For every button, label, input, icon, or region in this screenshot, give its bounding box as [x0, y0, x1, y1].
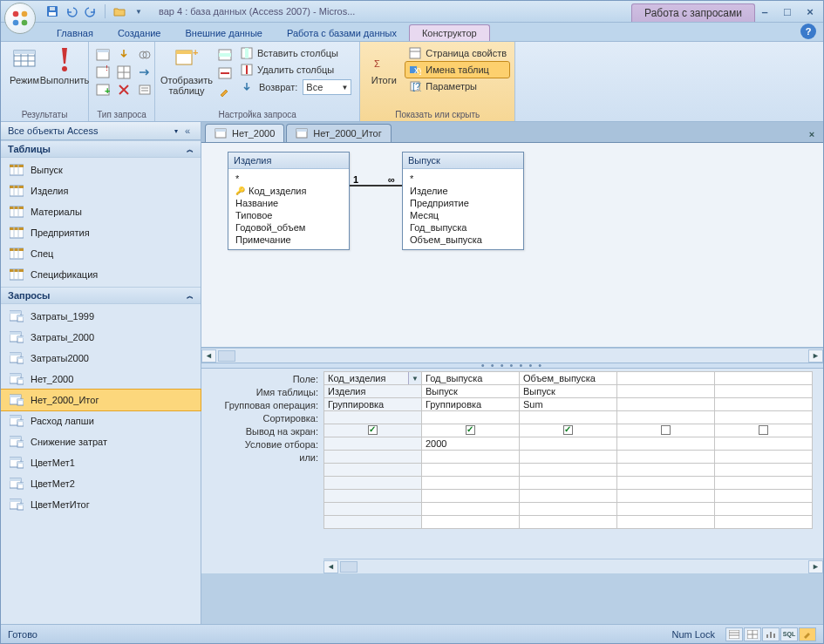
- field-item[interactable]: Название: [235, 197, 342, 209]
- nav-item-query[interactable]: ЦветМет1: [1, 452, 201, 473]
- save-icon[interactable]: [44, 3, 60, 19]
- grid-show-cell[interactable]: [324, 424, 422, 437]
- tab-dbtools[interactable]: Работа с базами данных: [275, 25, 409, 41]
- doc-tab-0[interactable]: Нет_2000: [205, 124, 284, 142]
- undo-icon[interactable]: [64, 3, 79, 19]
- nav-item-query[interactable]: Затраты_2000: [1, 327, 201, 348]
- qat-dropdown-icon[interactable]: ▼: [131, 3, 146, 19]
- grid-or-cell[interactable]: [324, 451, 422, 464]
- office-button[interactable]: [4, 3, 36, 34]
- nav-item-table[interactable]: Спецификация: [1, 264, 201, 285]
- nav-item-query[interactable]: Снижение затрат: [1, 431, 201, 452]
- grid-field-cell[interactable]: Год_выпуска: [422, 372, 520, 385]
- nav-item-table[interactable]: Предприятия: [1, 222, 201, 243]
- grid-or-cell[interactable]: [324, 464, 422, 477]
- nav-dropdown-icon[interactable]: ▾: [174, 127, 178, 135]
- datasheet-view-icon[interactable]: [725, 627, 743, 641]
- grid-or-cell[interactable]: [715, 464, 813, 477]
- checkbox-icon[interactable]: [563, 425, 573, 435]
- grid-field-cell[interactable]: [715, 372, 813, 385]
- pivot-chart-view-icon[interactable]: [762, 627, 780, 641]
- tab-home[interactable]: Главная: [44, 25, 106, 41]
- grid-group-cell[interactable]: Sum: [520, 398, 617, 411]
- grid-field-cell[interactable]: Объем_выпуска: [520, 372, 617, 385]
- grid-sort-cell[interactable]: [715, 411, 813, 424]
- grid-or-cell[interactable]: [324, 503, 422, 516]
- maximize-button[interactable]: □: [778, 4, 797, 18]
- table-box-right[interactable]: Выпуск *ИзделиеПредприятиеМесяцГод_выпус…: [402, 152, 524, 250]
- splitter[interactable]: • • • • • • •: [201, 363, 823, 369]
- grid-or-cell[interactable]: [422, 451, 520, 464]
- grid-hscroll[interactable]: ◄►: [323, 559, 823, 573]
- grid-or-cell[interactable]: [617, 490, 715, 503]
- grid-or-cell[interactable]: [715, 451, 813, 464]
- show-table-button[interactable]: + Отобразить таблицу: [160, 44, 213, 98]
- field-item[interactable]: 🔑Код_изделия: [235, 185, 342, 197]
- table-names-button[interactable]: xyzИмена таблиц: [405, 62, 509, 78]
- grid-or-cell[interactable]: [617, 477, 715, 490]
- grid-sort-cell[interactable]: [422, 411, 520, 424]
- nav-item-query[interactable]: Нет_2000: [1, 369, 201, 390]
- sql-view-icon[interactable]: SQL: [780, 627, 798, 641]
- grid-or-cell[interactable]: [422, 490, 520, 503]
- nav-item-query[interactable]: Нет_2000_Итог: [1, 390, 201, 410]
- grid-or-cell[interactable]: [520, 464, 617, 477]
- nav-item-table[interactable]: Спец: [1, 243, 201, 264]
- grid-or-cell[interactable]: [422, 464, 520, 477]
- doc-close-button[interactable]: ×: [804, 126, 820, 142]
- open-folder-icon[interactable]: [112, 3, 127, 19]
- grid-show-cell[interactable]: [422, 424, 520, 437]
- delete-query-icon[interactable]: [115, 82, 133, 98]
- grid-or-cell[interactable]: [520, 516, 617, 529]
- checkbox-icon[interactable]: [466, 425, 475, 435]
- grid-or-cell[interactable]: [324, 477, 422, 490]
- append-query-icon[interactable]: +: [94, 82, 112, 98]
- grid-or-cell[interactable]: [715, 516, 813, 529]
- grid-group-cell[interactable]: [715, 398, 813, 411]
- builder-icon[interactable]: [216, 84, 234, 99]
- nav-item-query[interactable]: ЦветМет2: [1, 473, 201, 494]
- grid-or-cell[interactable]: [715, 503, 813, 516]
- field-item[interactable]: Изделие: [410, 185, 516, 197]
- nav-header[interactable]: Все объекты Access ▾ «: [1, 122, 201, 140]
- dropdown-arrow-icon[interactable]: ▼: [408, 372, 421, 384]
- grid-group-cell[interactable]: [617, 398, 715, 411]
- nav-item-query[interactable]: Расход лапши: [1, 410, 201, 431]
- datadef-query-icon[interactable]: [136, 82, 153, 98]
- select-query-icon[interactable]: [94, 47, 112, 63]
- grid-criteria-cell[interactable]: [715, 437, 813, 451]
- grid-or-cell[interactable]: [520, 451, 617, 464]
- nav-item-table[interactable]: Материалы: [1, 201, 201, 222]
- grid-table-cell[interactable]: Выпуск: [520, 385, 617, 398]
- grid-or-cell[interactable]: [617, 516, 715, 529]
- grid-or-cell[interactable]: [324, 516, 422, 529]
- grid-or-cell[interactable]: [715, 490, 813, 503]
- grid-sort-cell[interactable]: [520, 411, 617, 424]
- grid-show-cell[interactable]: [617, 424, 715, 437]
- grid-criteria-cell[interactable]: 2000: [422, 437, 520, 451]
- totals-button[interactable]: Σ Итоги: [365, 44, 402, 87]
- run-button[interactable]: Выполнить: [46, 44, 83, 87]
- nav-item-query[interactable]: Затраты_1999: [1, 306, 201, 327]
- tab-create[interactable]: Создание: [106, 25, 174, 41]
- field-item[interactable]: Год_выпуска: [410, 221, 516, 234]
- design-grid-body[interactable]: Код_изделия▼Год_выпускаОбъем_выпускаИзде…: [323, 369, 823, 573]
- checkbox-icon[interactable]: [759, 425, 768, 435]
- grid-table-cell[interactable]: Изделия: [324, 385, 422, 398]
- field-item[interactable]: Объем_выпуска: [410, 234, 516, 246]
- redo-icon[interactable]: [83, 3, 99, 19]
- grid-criteria-cell[interactable]: [324, 437, 422, 451]
- grid-field-cell[interactable]: Код_изделия▼: [324, 372, 422, 385]
- grid-group-cell[interactable]: Группировка: [422, 398, 520, 411]
- field-item[interactable]: Предприятие: [410, 197, 516, 209]
- nav-section-tables[interactable]: Таблицы︽: [1, 140, 201, 158]
- make-table-icon[interactable]: !: [94, 64, 112, 80]
- insert-columns-button[interactable]: Вставить столбцы: [237, 45, 354, 61]
- passthrough-query-icon[interactable]: [136, 64, 153, 80]
- checkbox-icon[interactable]: [368, 425, 378, 435]
- grid-show-cell[interactable]: [715, 424, 813, 437]
- checkbox-icon[interactable]: [661, 425, 671, 435]
- doc-tab-1[interactable]: Нет_2000_Итог: [286, 124, 391, 142]
- grid-table-cell[interactable]: [715, 385, 813, 398]
- close-button[interactable]: ×: [800, 4, 820, 18]
